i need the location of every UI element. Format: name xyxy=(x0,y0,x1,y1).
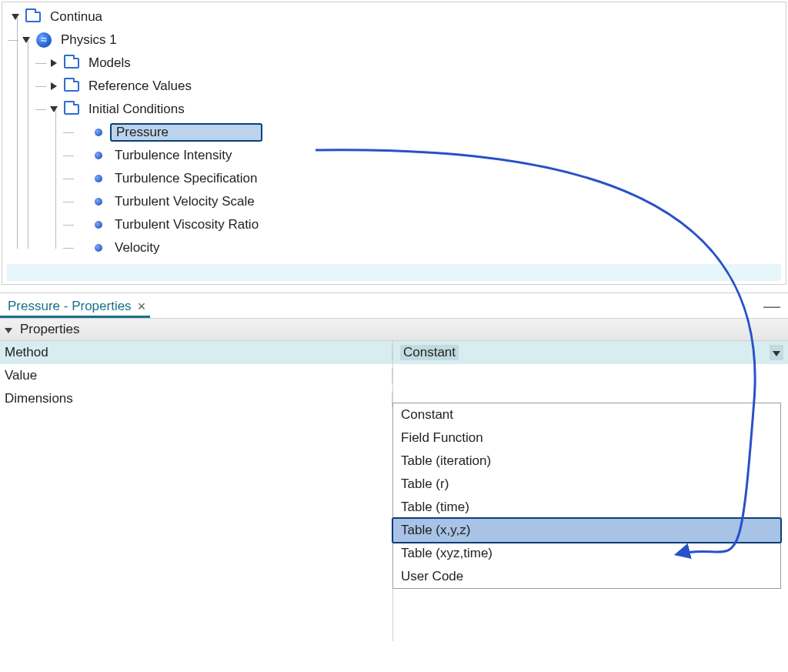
tree-item-pressure[interactable]: Pressure xyxy=(76,121,784,144)
tree-root: Continua Physics 1 xyxy=(4,4,784,261)
tree-label: Turbulence Intensity xyxy=(110,148,232,163)
folder-icon xyxy=(64,104,79,115)
tree-label: Models xyxy=(84,55,131,71)
tree-item-models[interactable]: Models xyxy=(48,52,784,75)
tree-footer-strip xyxy=(7,264,781,281)
section-title: Properties xyxy=(20,322,79,337)
property-row-value: Value xyxy=(0,364,788,387)
expand-toggle-icon[interactable] xyxy=(48,58,59,69)
property-node-icon xyxy=(95,175,102,182)
tree-item-velocity[interactable]: Velocity xyxy=(76,236,784,259)
property-key-value: Value xyxy=(0,368,392,383)
tree-item-reference-values[interactable]: Reference Values xyxy=(48,75,784,98)
chevron-down-icon xyxy=(5,322,15,337)
dropdown-item-table-iteration[interactable]: Table (iteration) xyxy=(393,450,780,473)
tree-label: Turbulent Viscosity Ratio xyxy=(110,217,259,232)
dropdown-arrow-icon[interactable] xyxy=(770,345,783,360)
folder-icon xyxy=(25,12,41,22)
tree-label: Continua xyxy=(45,9,102,25)
expand-toggle-icon[interactable] xyxy=(48,104,59,115)
simulation-tree-panel: Continua Physics 1 xyxy=(2,2,786,285)
property-node-icon xyxy=(95,152,102,159)
property-node-icon xyxy=(95,129,102,136)
properties-section-header[interactable]: Properties xyxy=(0,318,788,341)
dropdown-item-table-r[interactable]: Table (r) xyxy=(393,473,780,496)
tree-item-turbulent-velocity-scale[interactable]: Turbulent Velocity Scale xyxy=(76,190,784,213)
method-current-value: Constant xyxy=(400,345,459,360)
expand-toggle-icon[interactable] xyxy=(10,12,21,22)
folder-icon xyxy=(64,58,79,69)
dropdown-item-table-xyz[interactable]: Table (x,y,z) xyxy=(392,517,782,543)
expand-toggle-icon[interactable] xyxy=(21,35,32,45)
tree-label: Pressure xyxy=(110,123,262,142)
tab-title: Pressure - Properties xyxy=(8,299,132,314)
tab-pressure-properties[interactable]: Pressure - Properties × xyxy=(0,297,150,318)
property-row-method: Method Constant xyxy=(0,341,788,364)
tree-item-turbulent-viscosity-ratio[interactable]: Turbulent Viscosity Ratio xyxy=(76,213,784,236)
property-node-icon xyxy=(95,198,102,206)
tree-label: Velocity xyxy=(110,240,160,256)
tree-label: Physics 1 xyxy=(56,32,117,48)
property-key-dimensions: Dimensions xyxy=(0,391,392,406)
dropdown-item-table-time[interactable]: Table (time) xyxy=(393,496,780,519)
dropdown-item-user-code[interactable]: User Code xyxy=(393,565,780,588)
dropdown-item-constant[interactable]: Constant xyxy=(393,403,780,426)
tree-item-initial-conditions[interactable]: Initial Conditions xyxy=(48,98,784,121)
tree-label: Reference Values xyxy=(84,79,192,94)
property-value-method[interactable]: Constant xyxy=(392,345,788,360)
tree-label: Initial Conditions xyxy=(84,102,185,117)
method-dropdown-list: Constant Field Function Table (iteration… xyxy=(392,403,781,589)
dropdown-item-field-function[interactable]: Field Function xyxy=(393,426,780,450)
properties-tabbar: Pressure - Properties × — xyxy=(0,293,788,318)
property-node-icon xyxy=(95,244,102,252)
tree-item-physics[interactable]: Physics 1 xyxy=(21,28,784,52)
folder-icon xyxy=(64,81,79,92)
tree-item-turbulence-intensity[interactable]: Turbulence Intensity xyxy=(76,144,784,167)
initial-conditions-children: Pressure Turbulence Intensity xyxy=(56,121,784,259)
tree-label: Turbulent Velocity Scale xyxy=(110,194,255,209)
physics-continuum-icon xyxy=(36,32,52,48)
tree-label: Turbulence Specification xyxy=(110,171,258,186)
dropdown-item-table-xyz-time[interactable]: Table (xyz,time) xyxy=(393,542,780,565)
property-node-icon xyxy=(95,221,102,229)
close-icon[interactable]: × xyxy=(138,299,146,313)
tree-item-continua[interactable]: Continua xyxy=(10,5,784,28)
tree-item-turbulence-specification[interactable]: Turbulence Specification xyxy=(76,167,784,190)
property-key-method: Method xyxy=(0,345,392,360)
minimize-icon[interactable]: — xyxy=(763,296,780,316)
expand-toggle-icon[interactable] xyxy=(48,81,59,92)
